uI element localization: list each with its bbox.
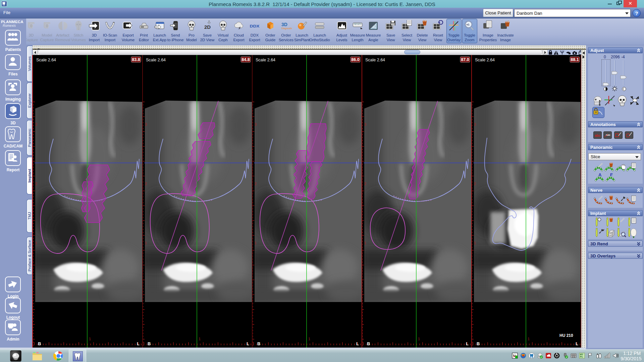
svg-text:PC: PC — [580, 356, 583, 358]
svg-text:B: B — [38, 341, 41, 346]
svg-text:1: 1 — [474, 241, 476, 245]
svg-text:2: 2 — [35, 122, 37, 126]
svg-text:1: 1 — [145, 241, 147, 245]
svg-text:+/-: +/- — [466, 23, 470, 26]
svg-text:2D: 2D — [204, 24, 211, 30]
svg-text:1: 1 — [308, 337, 310, 341]
svg-text:DDX: DDX — [250, 24, 260, 28]
svg-text:Scale 2.64: Scale 2.64 — [146, 58, 166, 62]
svg-text:Scale 2.64: Scale 2.64 — [256, 58, 275, 62]
svg-text:1: 1 — [255, 241, 257, 245]
svg-text:84.8: 84.8 — [241, 57, 250, 62]
svg-text:B: B — [148, 341, 151, 346]
svg-text:2: 2 — [145, 182, 147, 186]
svg-text:83.8: 83.8 — [132, 57, 140, 62]
svg-text:1: 1 — [35, 241, 37, 245]
svg-text:Scale 2.64: Scale 2.64 — [475, 58, 495, 62]
svg-text:88.1: 88.1 — [571, 57, 579, 62]
svg-text:1: 1 — [418, 337, 420, 341]
svg-text:F: F — [610, 172, 613, 177]
svg-text:L: L — [247, 341, 249, 346]
svg-text:2: 2 — [255, 182, 257, 186]
svg-text:87.0: 87.0 — [461, 57, 469, 62]
svg-text:Scale 2.64: Scale 2.64 — [36, 58, 56, 62]
svg-text:Diagnostix: Diagnostix — [281, 27, 292, 30]
svg-text:1: 1 — [528, 337, 530, 341]
svg-text:3: 3 — [364, 122, 366, 126]
svg-text:B: B — [477, 341, 480, 346]
svg-text:L: L — [356, 341, 359, 346]
svg-text:L: L — [576, 341, 578, 346]
svg-text:1: 1 — [364, 241, 366, 245]
svg-text:L: L — [137, 341, 140, 346]
svg-text:HU 210: HU 210 — [559, 333, 573, 338]
svg-text:2: 2 — [364, 182, 366, 186]
svg-text:3D: 3D — [281, 22, 287, 27]
svg-text:3: 3 — [474, 122, 476, 126]
svg-text:3: 3 — [255, 122, 257, 126]
svg-text:1: 1 — [199, 337, 201, 341]
svg-text:L: L — [466, 341, 469, 346]
svg-text:MY: MY — [580, 353, 583, 356]
svg-text:3: 3 — [145, 122, 147, 126]
svg-text:2: 2 — [474, 182, 476, 186]
svg-text:Scale 2.64: Scale 2.64 — [365, 58, 385, 62]
svg-text:86.0: 86.0 — [351, 57, 359, 62]
svg-text:abc: abc — [606, 133, 610, 136]
svg-text:2: 2 — [35, 182, 37, 186]
svg-text:1: 1 — [89, 337, 91, 341]
svg-text:B: B — [257, 341, 260, 346]
svg-text:B: B — [367, 341, 370, 346]
svg-text:A: A — [598, 172, 602, 177]
svg-text:abc: abc — [595, 134, 601, 137]
